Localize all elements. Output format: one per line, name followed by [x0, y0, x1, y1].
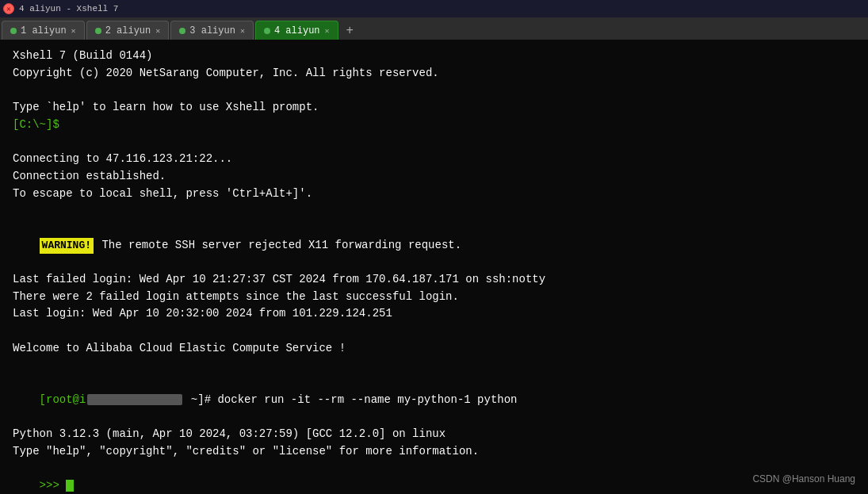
blurred-user: [root@i — [40, 393, 86, 406]
tab-label-2: 2 aliyun — [105, 25, 151, 36]
window-title: 4 aliyun - Xshell 7 — [19, 4, 118, 13]
docker-cmd: ~]# docker run -it --rm --name my-python… — [184, 393, 517, 406]
watermark: CSDN @Hanson Huang — [752, 473, 855, 484]
term-line-4: Type `help' to learn how to use Xshell p… — [13, 99, 855, 117]
term-line-15: Welcome to Alibaba Cloud Elastic Compute… — [13, 340, 855, 358]
term-line-python-help: Type "help", "copyright", "credits" or "… — [13, 443, 855, 461]
term-line-13: Last login: Wed Apr 10 20:32:00 2024 fro… — [13, 305, 855, 323]
term-line-7: Connecting to 47.116.123.21:22... — [13, 151, 855, 168]
term-line-warning: WARNING! The remote SSH server rejected … — [13, 220, 855, 271]
term-line-14 — [13, 323, 855, 340]
terminal[interactable]: Xshell 7 (Build 0144) Copyright (c) 2020… — [0, 40, 868, 494]
close-button[interactable]: ✕ — [3, 3, 14, 14]
term-line-12: There were 2 failed login attempts since… — [13, 289, 855, 306]
tab-close-1[interactable]: ✕ — [71, 26, 76, 36]
blurred-hostname — [87, 394, 182, 405]
tab-close-4[interactable]: ✕ — [325, 26, 330, 36]
term-line-5: [C:\~]$ — [13, 117, 855, 134]
tab-1[interactable]: 1 aliyun ✕ — [2, 21, 85, 40]
python-prompt: >>> — [40, 479, 59, 492]
term-line-1: Xshell 7 (Build 0144) — [13, 48, 855, 65]
term-line-11: Last failed login: Wed Apr 10 21:27:37 C… — [13, 271, 855, 289]
tab-close-3[interactable]: ✕ — [240, 26, 245, 36]
term-line-8: Connection established. — [13, 168, 855, 186]
tab-4[interactable]: 4 aliyun ✕ — [255, 21, 338, 40]
cursor — [66, 480, 74, 492]
term-line-docker: [root@i ~]# docker run -it --rm --name m… — [13, 374, 855, 426]
term-line-6 — [13, 133, 855, 151]
warning-rest: The remote SSH server rejected X11 forwa… — [95, 239, 461, 251]
new-tab-button[interactable]: + — [340, 21, 360, 40]
term-line-16 — [13, 357, 855, 374]
tab-3[interactable]: 3 aliyun ✕ — [170, 21, 254, 40]
tab-bar: 1 aliyun ✕ 2 aliyun ✕ 3 aliyun ✕ 4 aliyu… — [0, 17, 868, 40]
tab-label-4: 4 aliyun — [274, 25, 320, 36]
tab-dot-2 — [95, 28, 101, 34]
tab-dot-4 — [264, 28, 270, 34]
tab-dot-3 — [179, 28, 185, 34]
tab-2[interactable]: 2 aliyun ✕ — [86, 21, 170, 40]
term-line-2: Copyright (c) 2020 NetSarang Computer, I… — [13, 65, 855, 82]
warning-badge: WARNING! — [40, 238, 94, 254]
tab-dot-1 — [10, 28, 17, 34]
term-line-10 — [13, 202, 855, 220]
term-line-3 — [13, 82, 855, 99]
term-line-9: To escape to local shell, press 'Ctrl+Al… — [13, 186, 855, 203]
tab-label-1: 1 aliyun — [21, 25, 67, 36]
tab-close-2[interactable]: ✕ — [155, 26, 160, 36]
term-line-prompt: >>> — [13, 461, 855, 495]
tab-label-3: 3 aliyun — [189, 25, 235, 36]
title-bar: ✕ 4 aliyun - Xshell 7 — [0, 0, 868, 17]
term-line-python-version: Python 3.12.3 (main, Apr 10 2024, 03:27:… — [13, 426, 855, 443]
